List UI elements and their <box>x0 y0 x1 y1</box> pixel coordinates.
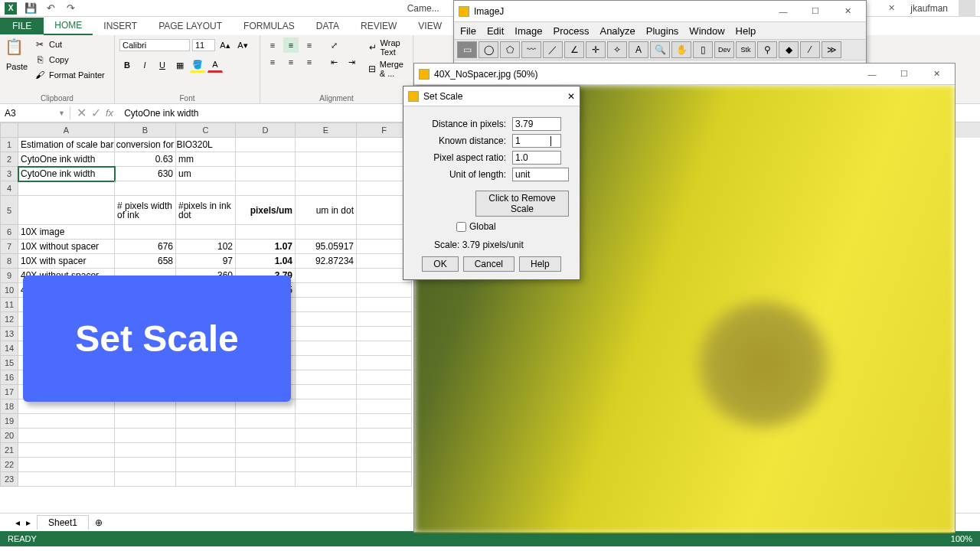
row-header[interactable]: 22 <box>0 458 18 472</box>
cell[interactable] <box>296 138 357 152</box>
orientation-icon[interactable]: ⤢ <box>326 37 341 53</box>
row-header[interactable]: 11 <box>0 298 18 312</box>
cell[interactable] <box>296 429 357 443</box>
grow-font-icon[interactable]: A▴ <box>217 37 233 53</box>
cell[interactable]: pixels/um <box>236 196 296 225</box>
point-tool-icon[interactable]: ✛ <box>586 41 606 58</box>
cell[interactable] <box>357 443 412 458</box>
distance-input[interactable] <box>512 117 561 131</box>
cell[interactable]: um in dot <box>296 196 357 225</box>
column-header[interactable]: B <box>115 122 176 138</box>
row-header[interactable]: 19 <box>0 414 18 429</box>
cell[interactable] <box>236 443 296 458</box>
underline-button[interactable]: U <box>155 57 170 73</box>
cut-button[interactable]: ✂Cut <box>32 37 106 51</box>
cell[interactable] <box>115 181 176 196</box>
cell[interactable] <box>296 458 357 472</box>
align-bottom-icon[interactable]: ≡ <box>302 37 317 53</box>
cell[interactable] <box>296 341 357 356</box>
cell[interactable] <box>296 312 357 327</box>
new-sheet-icon[interactable]: ⊕ <box>95 517 103 528</box>
cell[interactable] <box>115 429 176 443</box>
remove-scale-button[interactable]: Click to Remove Scale <box>475 191 569 217</box>
cell[interactable] <box>296 414 357 429</box>
save-icon[interactable]: 💾 <box>24 2 37 15</box>
cell[interactable] <box>176 458 236 472</box>
maximize-icon[interactable]: ☐ <box>890 65 918 83</box>
tab-home[interactable]: HOME <box>44 17 93 35</box>
cell[interactable] <box>357 472 412 487</box>
cell[interactable]: 97 <box>176 254 236 269</box>
undo-icon[interactable]: ↶ <box>44 2 57 15</box>
cell[interactable] <box>296 399 357 414</box>
row-header[interactable]: 1 <box>0 138 18 152</box>
format-painter-button[interactable]: 🖌Format Painter <box>32 68 106 82</box>
row-header[interactable]: 5 <box>0 196 18 225</box>
cell[interactable] <box>115 414 176 429</box>
row-header[interactable]: 6 <box>0 225 18 240</box>
stk-button[interactable]: Stk <box>736 41 756 58</box>
cell[interactable] <box>176 181 236 196</box>
row-header[interactable]: 20 <box>0 429 18 443</box>
cell[interactable]: 92.87234 <box>296 254 357 269</box>
decrease-indent-icon[interactable]: ⇤ <box>326 54 341 70</box>
menu-process[interactable]: Process <box>554 25 590 37</box>
menu-file[interactable]: File <box>460 25 476 37</box>
borders-button[interactable]: ▦ <box>172 57 188 73</box>
tab-data[interactable]: DATA <box>305 18 350 34</box>
cell[interactable] <box>357 385 412 399</box>
cell[interactable] <box>18 196 115 225</box>
line-tool-icon[interactable]: ／ <box>543 41 563 58</box>
menu-help[interactable]: Help <box>736 25 756 37</box>
unit-input[interactable] <box>512 168 569 181</box>
help-button[interactable]: Help <box>519 256 561 272</box>
close-icon[interactable]: ✕ <box>834 2 861 21</box>
color-picker-icon[interactable]: ▯ <box>693 41 713 58</box>
cell[interactable] <box>18 429 115 443</box>
row-header[interactable]: 17 <box>0 385 18 399</box>
cell[interactable] <box>176 138 236 152</box>
name-box[interactable]: A3▼ <box>0 106 70 120</box>
cell[interactable]: 10X image <box>18 225 115 240</box>
cell[interactable] <box>357 399 412 414</box>
tab-page-layout[interactable]: PAGE LAYOUT <box>148 18 233 34</box>
cell[interactable] <box>115 458 176 472</box>
cell[interactable]: CytoOne ink width <box>18 152 115 167</box>
row-header[interactable]: 14 <box>0 341 18 356</box>
menu-window[interactable]: Window <box>689 25 724 37</box>
wand-tool-icon[interactable]: ✧ <box>607 41 627 58</box>
sheet-tab[interactable]: Sheet1 <box>37 515 89 530</box>
align-top-icon[interactable]: ≡ <box>265 37 280 53</box>
cell[interactable] <box>176 414 236 429</box>
text-tool-icon[interactable]: A <box>629 41 648 58</box>
row-header[interactable]: 4 <box>0 181 18 196</box>
tab-view[interactable]: VIEW <box>407 18 452 34</box>
cancel-formula-icon[interactable]: ✕ <box>77 106 87 120</box>
cell[interactable]: 658 <box>115 254 176 269</box>
row-header[interactable]: 21 <box>0 443 18 458</box>
freehand-tool-icon[interactable]: 〰 <box>521 41 541 58</box>
cell[interactable]: 630 <box>115 167 176 181</box>
cell[interactable]: 1.07 <box>236 240 296 254</box>
menu-plugins[interactable]: Plugins <box>646 25 679 37</box>
close-icon[interactable]: ✕ <box>923 65 950 83</box>
cell[interactable] <box>176 225 236 240</box>
fx-icon[interactable]: fx <box>106 107 113 119</box>
shrink-font-icon[interactable]: A▾ <box>235 37 250 53</box>
cell[interactable]: 102 <box>176 240 236 254</box>
row-header[interactable]: 8 <box>0 254 18 269</box>
row-header[interactable]: 12 <box>0 312 18 327</box>
global-checkbox[interactable] <box>456 222 466 232</box>
menu-analyze[interactable]: Analyze <box>599 25 635 37</box>
cell[interactable] <box>236 181 296 196</box>
row-header[interactable]: 9 <box>0 269 18 283</box>
tab-file[interactable]: FILE <box>0 18 44 34</box>
cell[interactable] <box>357 298 412 312</box>
cancel-button[interactable]: Cancel <box>463 256 514 272</box>
italic-button[interactable]: I <box>137 57 152 73</box>
cell[interactable]: 10X without spacer <box>18 240 115 254</box>
cell[interactable]: 676 <box>115 240 176 254</box>
cell[interactable] <box>236 167 296 181</box>
cell[interactable] <box>357 341 412 356</box>
cell[interactable] <box>296 181 357 196</box>
